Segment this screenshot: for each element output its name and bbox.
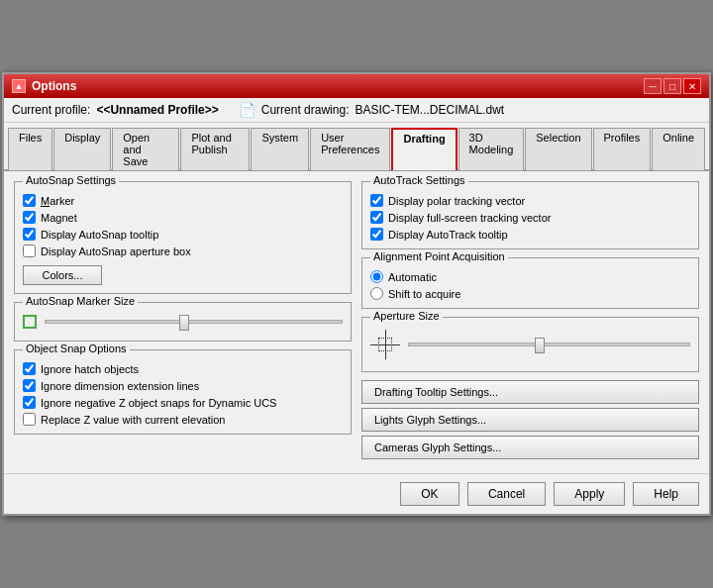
automatic-label: Automatic (388, 271, 437, 283)
shift-row[interactable]: Shift to acquire (370, 287, 690, 300)
magnet-row[interactable]: Magnet (23, 211, 343, 224)
autosnap-group: AutoSnap Settings Marker Magnet Display … (14, 181, 352, 294)
ignore-dim-label: Ignore dimension extension lines (41, 380, 199, 392)
marker-size-title: AutoSnap Marker Size (23, 295, 138, 307)
tab-files[interactable]: Files (8, 128, 52, 170)
display-tooltip-checkbox[interactable] (23, 228, 36, 241)
tab-selection[interactable]: Selection (525, 128, 591, 170)
autotrack-group: AutoTrack Settings Display polar trackin… (361, 181, 699, 249)
drawing-icon: 📄 (239, 102, 255, 118)
marker-row[interactable]: Marker (23, 194, 343, 207)
display-tooltip-row[interactable]: Display AutoSnap tooltip (23, 228, 343, 241)
cameras-glyph-button[interactable]: Cameras Glyph Settings... (361, 436, 699, 459)
tab-plot-publish[interactable]: Plot and Publish (180, 128, 250, 170)
current-profile-label: Current profile: (12, 103, 90, 117)
help-button[interactable]: Help (633, 482, 699, 506)
ignore-neg-z-label: Ignore negative Z object snaps for Dynam… (41, 397, 276, 409)
left-panel: AutoSnap Settings Marker Magnet Display … (14, 181, 352, 463)
app-icon: ▲ (12, 79, 26, 93)
title-bar: ▲ Options ─ □ ✕ (4, 74, 709, 98)
ignore-dim-checkbox[interactable] (23, 379, 36, 392)
tab-3d-modeling[interactable]: 3D Modeling (458, 128, 525, 170)
bottom-bar: OK Cancel Apply Help (4, 473, 709, 514)
marker-checkbox[interactable] (23, 194, 36, 207)
window-title: Options (32, 79, 76, 93)
fullscreen-row[interactable]: Display full-screen tracking vector (370, 211, 690, 224)
current-drawing-label: Current drawing: (261, 103, 350, 117)
display-aperture-checkbox[interactable] (23, 245, 36, 257)
aperture-title: Aperture Size (370, 310, 443, 322)
aperture-thumb[interactable] (535, 338, 545, 353)
tab-drafting[interactable]: Drafting (391, 128, 457, 170)
autotrack-tooltip-checkbox[interactable] (370, 228, 383, 241)
polar-row[interactable]: Display polar tracking vector (370, 194, 690, 207)
automatic-radio[interactable] (370, 270, 383, 283)
replace-z-checkbox[interactable] (23, 413, 36, 426)
cancel-button[interactable]: Cancel (467, 482, 546, 506)
automatic-row[interactable]: Automatic (370, 270, 690, 283)
marker-size-slider-row (23, 311, 343, 333)
shift-label: Shift to acquire (388, 288, 460, 300)
lights-glyph-button[interactable]: Lights Glyph Settings... (361, 408, 699, 432)
tab-user-prefs[interactable]: User Preferences (310, 128, 390, 170)
display-tooltip-label: Display AutoSnap tooltip (41, 229, 158, 241)
marker-size-track[interactable] (45, 320, 343, 324)
crosshair-box (378, 338, 392, 351)
marker-size-group: AutoSnap Marker Size (14, 302, 352, 342)
ignore-neg-z-checkbox[interactable] (23, 396, 36, 409)
aperture-crosshair (370, 330, 400, 359)
current-profile-value: <<Unnamed Profile>> (96, 103, 218, 117)
tab-profiles[interactable]: Profiles (593, 128, 652, 170)
ignore-neg-z-row[interactable]: Ignore negative Z object snaps for Dynam… (23, 396, 343, 409)
aperture-group: Aperture Size (361, 317, 699, 372)
magnet-label: Magnet (41, 212, 77, 224)
object-snap-group: Object Snap Options Ignore hatch objects… (14, 349, 352, 435)
marker-size-indicator (23, 315, 37, 329)
marker-label: M (41, 195, 50, 207)
aperture-slider-row (370, 326, 690, 363)
apply-button[interactable]: Apply (554, 482, 625, 506)
polar-label: Display polar tracking vector (388, 195, 525, 207)
fullscreen-checkbox[interactable] (370, 211, 383, 224)
close-button[interactable]: ✕ (683, 78, 701, 94)
display-aperture-label: Display AutoSnap aperture box (41, 245, 191, 257)
ignore-hatch-row[interactable]: Ignore hatch objects (23, 362, 343, 375)
marker-size-thumb[interactable] (179, 315, 189, 331)
tab-open-save[interactable]: Open and Save (112, 128, 179, 170)
autotrack-tooltip-label: Display AutoTrack tooltip (388, 229, 508, 241)
replace-z-label: Replace Z value with current elevation (41, 414, 225, 426)
ignore-dim-row[interactable]: Ignore dimension extension lines (23, 379, 343, 392)
replace-z-row[interactable]: Replace Z value with current elevation (23, 413, 343, 426)
right-panel: AutoTrack Settings Display polar trackin… (361, 181, 699, 463)
magnet-checkbox[interactable] (23, 211, 36, 224)
minimize-button[interactable]: ─ (644, 78, 662, 94)
maximize-button[interactable]: □ (663, 78, 681, 94)
current-drawing-value: BASIC-TEM...DECIMAL.dwt (355, 103, 504, 117)
tabs-bar: Files Display Open and Save Plot and Pub… (4, 123, 709, 171)
ignore-hatch-checkbox[interactable] (23, 362, 36, 375)
autotrack-title: AutoTrack Settings (370, 174, 468, 186)
autosnap-title: AutoSnap Settings (23, 174, 119, 186)
colors-button[interactable]: Colors... (23, 265, 102, 285)
main-content: AutoSnap Settings Marker Magnet Display … (4, 171, 709, 473)
alignment-title: Alignment Point Acquisition (370, 250, 508, 262)
tab-online[interactable]: Online (652, 128, 705, 170)
autotrack-tooltip-row[interactable]: Display AutoTrack tooltip (370, 228, 690, 241)
aperture-track[interactable] (408, 343, 690, 346)
tab-system[interactable]: System (251, 128, 309, 170)
drafting-tooltip-button[interactable]: Drafting Tooltip Settings... (361, 380, 699, 404)
options-window: ▲ Options ─ □ ✕ Current profile: <<Unnam… (2, 72, 711, 516)
shift-radio[interactable] (370, 287, 383, 300)
alignment-group: Alignment Point Acquisition Automatic Sh… (361, 257, 699, 309)
object-snap-title: Object Snap Options (23, 343, 130, 354)
polar-checkbox[interactable] (370, 194, 383, 207)
right-buttons: Drafting Tooltip Settings... Lights Glyp… (361, 380, 699, 463)
ok-button[interactable]: OK (400, 482, 459, 506)
ignore-hatch-label: Ignore hatch objects (41, 363, 139, 375)
tab-display[interactable]: Display (53, 128, 111, 170)
fullscreen-label: Display full-screen tracking vector (388, 212, 551, 224)
profile-bar: Current profile: <<Unnamed Profile>> 📄 C… (4, 98, 709, 123)
display-aperture-row[interactable]: Display AutoSnap aperture box (23, 245, 343, 257)
